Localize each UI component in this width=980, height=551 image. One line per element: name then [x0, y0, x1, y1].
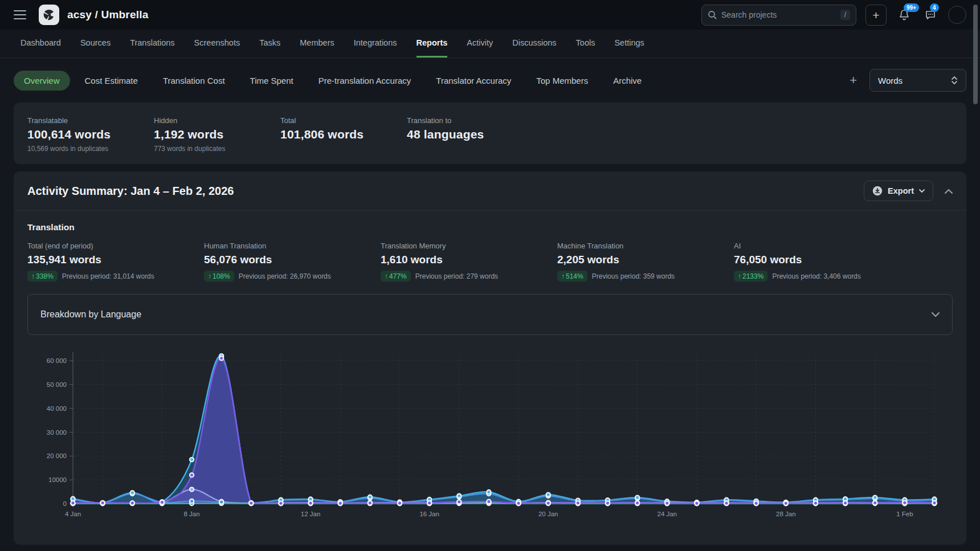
app-logo[interactable]	[39, 5, 59, 25]
nav-tab-members[interactable]: Members	[300, 38, 334, 58]
translation-stat-label: Translation Memory	[381, 242, 546, 250]
svg-text:28 Jan: 28 Jan	[776, 511, 796, 517]
point-ai	[160, 500, 164, 504]
create-project-button[interactable]: +	[865, 5, 887, 26]
top-bar: acsy / Umbrella / + 99+ 4	[0, 0, 980, 30]
select-chevrons-icon	[951, 76, 958, 85]
stat-label: Hidden	[154, 116, 239, 125]
activity-summary-card: Activity Summary: Jan 4 – Feb 2, 2026 Ex…	[14, 172, 966, 545]
svg-text:20 Jan: 20 Jan	[538, 511, 558, 517]
svg-text:12 Jan: 12 Jan	[301, 511, 321, 517]
page-scrollbar[interactable]	[973, 5, 978, 104]
report-tab-translator-accuracy[interactable]: Translator Accuracy	[426, 71, 521, 91]
translation-stat: Total (end of period)135,941 words↑338%P…	[27, 242, 193, 281]
point-ai	[487, 500, 491, 504]
translation-stat-label: Total (end of period)	[27, 242, 193, 250]
nav-tab-screenshots[interactable]: Screenshots	[194, 38, 240, 58]
export-button[interactable]: Export	[864, 181, 933, 201]
nav-tab-tasks[interactable]: Tasks	[259, 38, 280, 58]
report-tab-translation-cost[interactable]: Translation Cost	[153, 71, 235, 91]
point-total	[873, 496, 877, 500]
breakdown-by-language-panel[interactable]: Breakdown by Language	[27, 294, 953, 335]
nav-tab-reports[interactable]: Reports	[416, 38, 448, 58]
stat-value: 100,614 words	[27, 128, 113, 141]
translation-stat: Human Translation56,076 words↑108%Previo…	[204, 242, 369, 281]
svg-text:30 000: 30 000	[47, 429, 67, 436]
previous-period-text: Previous period: 31,014 words	[62, 272, 154, 280]
svg-text:24 Jan: 24 Jan	[657, 511, 677, 517]
chevron-up-icon	[945, 189, 953, 194]
collapse-section-button[interactable]	[945, 189, 953, 194]
report-tab-overview[interactable]: Overview	[14, 71, 70, 91]
previous-period-text: Previous period: 359 words	[592, 272, 675, 280]
svg-text:8 Jan: 8 Jan	[183, 511, 199, 517]
nav-tab-tools[interactable]: Tools	[576, 38, 595, 58]
translation-stat-label: AI	[734, 242, 899, 250]
summary-stat: Translatable100,614 words10,569 words in…	[27, 116, 113, 152]
arrow-up-icon: ↑	[208, 272, 211, 280]
point-ai	[665, 501, 669, 505]
nav-tab-activity[interactable]: Activity	[467, 38, 493, 58]
search-shortcut-key: /	[840, 10, 850, 20]
nav-tab-dashboard[interactable]: Dashboard	[21, 38, 61, 58]
nav-tab-discussions[interactable]: Discussions	[512, 38, 556, 58]
point-ai	[249, 501, 253, 505]
delta-badge: ↑338%	[27, 271, 58, 281]
point-ai	[101, 501, 105, 505]
report-tab-archive[interactable]: Archive	[603, 71, 652, 91]
point-ai	[130, 501, 134, 505]
point-ai	[279, 501, 283, 505]
unit-select[interactable]: Words	[869, 69, 966, 92]
delta-badge: ↑2133%	[734, 271, 767, 281]
svg-text:50 000: 50 000	[47, 381, 67, 388]
activity-summary-title: Activity Summary: Jan 4 – Feb 2, 2026	[27, 185, 234, 198]
download-icon	[872, 186, 883, 196]
point-ai	[932, 501, 936, 505]
point-ai	[368, 501, 372, 505]
previous-period-text: Previous period: 3,406 words	[772, 272, 860, 280]
nav-tab-settings[interactable]: Settings	[614, 38, 644, 58]
search-box[interactable]: /	[701, 5, 856, 26]
point-ai	[546, 501, 550, 505]
report-tab-cost-estimate[interactable]: Cost Estimate	[75, 71, 148, 91]
activity-chart: 01000020 00030 00040 00050 00060 0004 Ja…	[27, 345, 953, 529]
translation-stat-label: Human Translation	[204, 242, 369, 250]
nav-tab-integrations[interactable]: Integrations	[354, 38, 397, 58]
report-tab-time-spent[interactable]: Time Spent	[240, 71, 304, 91]
point-total	[130, 491, 134, 495]
reports-subnav: OverviewCost EstimateTranslation CostTim…	[0, 58, 980, 103]
nav-tab-translations[interactable]: Translations	[130, 38, 174, 58]
point-total	[190, 458, 194, 462]
report-tab-pre-translation-accuracy[interactable]: Pre-translation Accuracy	[308, 71, 422, 91]
point-ai	[516, 501, 520, 505]
point-ai	[338, 501, 342, 505]
delta-badge: ↑108%	[204, 271, 234, 281]
translation-section-heading: Translation	[27, 222, 953, 232]
notifications-button[interactable]: 99+	[896, 6, 913, 23]
report-tab-top-members[interactable]: Top Members	[526, 71, 598, 91]
user-avatar[interactable]	[948, 6, 966, 24]
point-human-translation	[190, 499, 194, 503]
stat-value: 48 languages	[407, 128, 492, 141]
svg-text:10000: 10000	[48, 476, 67, 483]
point-ai	[606, 501, 610, 505]
translation-stat: AI76,050 words↑2133%Previous period: 3,4…	[734, 242, 899, 281]
point-total	[546, 493, 550, 497]
point-ai	[754, 501, 758, 505]
hamburger-menu-icon[interactable]	[14, 10, 26, 19]
project-nav: DashboardSourcesTranslationsScreenshotsT…	[0, 30, 980, 58]
point-machine-translation	[190, 487, 194, 491]
delta-badge: ↑477%	[381, 271, 411, 281]
search-input[interactable]	[721, 10, 836, 19]
stat-subtext: 773 words in duplicates	[154, 145, 239, 153]
stat-subtext: 10,569 words in duplicates	[27, 145, 113, 153]
nav-tab-sources[interactable]: Sources	[80, 38, 111, 58]
svg-text:40 000: 40 000	[47, 405, 67, 412]
stat-label: Total	[280, 116, 366, 125]
project-title: acsy / Umbrella	[67, 9, 148, 21]
point-ai	[873, 501, 877, 505]
messages-button[interactable]: 4	[922, 6, 939, 23]
point-total	[487, 490, 491, 494]
svg-text:60 000: 60 000	[47, 357, 67, 364]
add-report-button[interactable]: +	[842, 73, 865, 88]
